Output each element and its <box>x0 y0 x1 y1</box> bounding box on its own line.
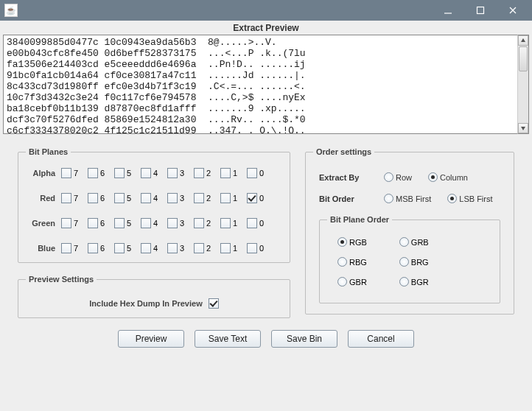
bitplane-check-red-2[interactable] <box>194 193 204 203</box>
minimize-button[interactable] <box>432 1 464 20</box>
bitplane-check-green-4[interactable] <box>141 218 151 228</box>
preview-settings-legend: Preview Settings <box>26 275 97 284</box>
bitplane-check-blue-2[interactable] <box>194 243 204 253</box>
radio-dot <box>399 257 409 267</box>
cancel-button[interactable]: Cancel <box>348 330 414 348</box>
bitplane-check-green-1[interactable] <box>220 218 231 228</box>
bitplane-check-green-5[interactable] <box>114 218 125 228</box>
radio-bpo-grb[interactable]: GRB <box>399 237 429 247</box>
bitplane-check-alpha-2[interactable] <box>194 168 204 178</box>
svg-rect-1 <box>477 7 484 14</box>
bitplane-check-blue-6[interactable] <box>88 243 98 253</box>
bitplane-col-label: 5 <box>127 244 131 253</box>
bitplane-check-green-0[interactable] <box>247 218 257 228</box>
save-text-button[interactable]: Save Text <box>195 330 261 348</box>
bitplane-check-blue-5[interactable] <box>114 243 125 253</box>
bitplane-col-label: 6 <box>100 244 105 253</box>
bitplanes-legend: Bit Planes <box>26 147 71 156</box>
radio-dot <box>447 194 457 203</box>
svg-marker-4 <box>521 38 525 42</box>
bitplane-check-green-7[interactable] <box>61 218 71 228</box>
bitplane-check-green-6[interactable] <box>88 218 98 228</box>
bitplane-check-blue-1[interactable] <box>220 243 231 253</box>
bitplane-col-label: 6 <box>100 219 105 228</box>
scroll-down-button[interactable] <box>518 123 528 133</box>
preview-button[interactable]: Preview <box>118 330 184 348</box>
bitplane-check-blue-4[interactable] <box>141 243 151 253</box>
radio-bpo-bgr[interactable]: BGR <box>399 277 429 287</box>
bitplane-check-alpha-4[interactable] <box>141 168 151 178</box>
bitplane-check-alpha-6[interactable] <box>88 168 98 178</box>
bitplane-col-label: 7 <box>74 244 78 253</box>
bitplane-check-red-5[interactable] <box>114 193 125 203</box>
dump-scrollbar[interactable] <box>517 35 529 134</box>
bitplane-col-label: 4 <box>153 219 158 228</box>
radio-bit-order-lsb-first[interactable]: LSB First <box>447 194 492 203</box>
radio-label: GRB <box>411 238 429 247</box>
bitplane-col-label: 3 <box>180 219 184 228</box>
bitplane-col-label: 7 <box>74 219 78 228</box>
bitplane-col-label: 1 <box>233 169 237 178</box>
radio-label: RBG <box>349 258 367 267</box>
bitplane-check-red-7[interactable] <box>61 193 71 203</box>
bitplane-col-label: 1 <box>233 219 237 228</box>
hex-dump-area[interactable]: 3840099885d0477c 10c0943ea9da56b3 8@....… <box>3 35 517 134</box>
titlebar: ☕ <box>0 0 532 21</box>
save-bin-button[interactable]: Save Bin <box>271 330 337 348</box>
bitplane-check-green-3[interactable] <box>167 218 178 228</box>
scroll-up-button[interactable] <box>518 35 528 46</box>
bitplane-row-label-green: Green <box>26 219 61 228</box>
bitplane-col-label: 7 <box>74 169 78 178</box>
include-hex-checkbox[interactable] <box>209 298 219 309</box>
bitplane-check-alpha-5[interactable] <box>114 168 125 178</box>
bitplane-col-label: 7 <box>74 194 78 203</box>
bitplane-check-alpha-3[interactable] <box>167 168 178 178</box>
bitplane-col-label: 3 <box>180 194 184 203</box>
radio-bpo-rbg[interactable]: RBG <box>337 257 367 267</box>
bitplane-col-label: 0 <box>259 219 264 228</box>
radio-bpo-rgb[interactable]: RGB <box>337 237 367 247</box>
bit-plane-order-group: Bit Plane Order RGBGRBRBGBRGGBRBGR <box>319 215 500 303</box>
bitplane-col-label: 4 <box>153 169 158 178</box>
close-button[interactable] <box>497 1 529 20</box>
radio-extract-by-column[interactable]: Column <box>428 172 468 182</box>
bitplane-col-label: 0 <box>259 194 264 203</box>
bitplane-col-label: 2 <box>206 194 211 203</box>
radio-label: Row <box>396 173 412 182</box>
bitplane-check-blue-3[interactable] <box>167 243 178 253</box>
radio-dot <box>428 172 438 182</box>
bitplane-check-alpha-0[interactable] <box>247 168 257 178</box>
order-settings-legend: Order settings <box>313 147 374 156</box>
scroll-thumb[interactable] <box>519 46 528 71</box>
bitplane-col-label: 4 <box>153 244 158 253</box>
bitplane-check-red-4[interactable] <box>141 193 151 203</box>
bitplane-check-alpha-1[interactable] <box>220 168 231 178</box>
bitplane-check-blue-7[interactable] <box>61 243 71 253</box>
bitplane-check-green-2[interactable] <box>194 218 204 228</box>
radio-dot <box>399 237 409 247</box>
radio-dot <box>384 172 393 182</box>
radio-dot <box>337 237 347 247</box>
radio-dot <box>384 194 393 203</box>
bit-plane-order-legend: Bit Plane Order <box>327 215 392 224</box>
bitplane-check-red-0[interactable] <box>247 193 257 203</box>
bitplane-check-red-1[interactable] <box>220 193 231 203</box>
bitplane-check-red-6[interactable] <box>88 193 98 203</box>
bitplane-col-label: 3 <box>180 169 184 178</box>
bitplane-col-label: 5 <box>127 169 131 178</box>
bitplane-check-blue-0[interactable] <box>247 243 257 253</box>
radio-bpo-gbr[interactable]: GBR <box>337 277 367 287</box>
maximize-button[interactable] <box>464 1 497 20</box>
radio-bit-order-msb-first[interactable]: MSB First <box>384 194 431 203</box>
bit-order-label: Bit Order <box>319 194 377 203</box>
bitplane-check-red-3[interactable] <box>167 193 178 203</box>
include-hex-label: Include Hex Dump In Preview <box>89 299 202 308</box>
bitplane-col-label: 1 <box>233 244 237 253</box>
bitplane-col-label: 0 <box>259 169 264 178</box>
extract-by-label: Extract By <box>319 173 377 182</box>
radio-bpo-brg[interactable]: BRG <box>399 257 429 267</box>
radio-extract-by-row[interactable]: Row <box>384 172 412 182</box>
bitplane-check-alpha-7[interactable] <box>61 168 71 178</box>
radio-label: GBR <box>349 278 367 287</box>
svg-marker-5 <box>521 127 525 130</box>
